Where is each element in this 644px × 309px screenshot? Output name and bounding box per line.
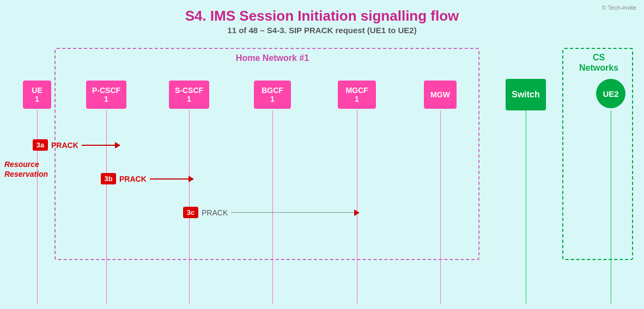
arrow-3b-label: PRACK <box>119 175 147 183</box>
header: S4. IMS Session Initiation signalling fl… <box>0 0 644 37</box>
vline-switch <box>526 110 526 304</box>
node-switch: Switch <box>506 79 546 110</box>
arrow-3b-line <box>150 178 193 180</box>
node-ue2: UE2 <box>596 79 625 108</box>
node-mgw: MGW <box>424 81 457 109</box>
copyright-text: © Tech-invite <box>602 4 636 11</box>
cs-network-box <box>562 48 633 260</box>
diagram-area: Home Network #1 CSNetworks UE1 P-CSCF1 S… <box>0 48 644 309</box>
main-container: © Tech-invite S4. IMS Session Initiation… <box>0 0 644 309</box>
node-mgcf: MGCF1 <box>338 81 376 109</box>
node-scscf: S-CSCF1 <box>169 81 209 109</box>
node-ue1: UE1 <box>23 81 51 109</box>
page-subtitle: 11 of 48 – S4-3. SIP PRACK request (UE1 … <box>0 26 644 35</box>
vline-ue2 <box>611 110 611 304</box>
resource-reservation-label: ResourceReservation <box>4 159 48 179</box>
arrow-3b: 3b PRACK <box>101 173 193 184</box>
node-bgcf: BGCF1 <box>254 81 291 109</box>
arrow-3c-line <box>231 212 359 213</box>
vline-mgw <box>440 110 441 304</box>
arrow-3a: 3a PRACK <box>33 139 120 151</box>
home-network-label: Home Network #1 <box>87 53 458 63</box>
step-3a-box: 3a <box>33 139 48 151</box>
arrow-3c-label: PRACK <box>202 208 228 217</box>
arrow-3a-line <box>82 145 120 146</box>
cs-network-label: CSNetworks <box>569 52 629 73</box>
arrow-3a-label: PRACK <box>51 141 78 150</box>
page-title: S4. IMS Session Initiation signalling fl… <box>0 8 644 24</box>
step-3c-box: 3c <box>183 207 198 218</box>
step-3b-box: 3b <box>101 173 116 184</box>
node-pcscf: P-CSCF1 <box>86 81 126 109</box>
arrow-3c: 3c PRACK <box>183 207 359 218</box>
home-network-box <box>54 48 479 260</box>
